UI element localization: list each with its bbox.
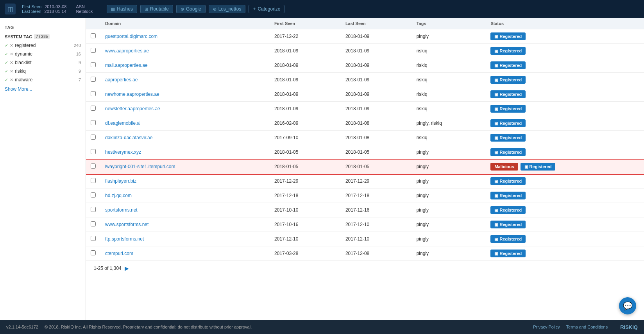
status-badge-registered[interactable]: ▣ Registered (490, 32, 526, 40)
status-badge-registered[interactable]: ▣ Registered (490, 105, 526, 113)
filter-buttons: ▦ Hashes ⊞ Routable ⊕ Google ⊕ Los_netto… (107, 5, 284, 13)
row-checkbox[interactable] (91, 250, 96, 255)
registered-icon: ▣ (494, 92, 498, 97)
status-badge-registered[interactable]: ▣ Registered (521, 163, 556, 171)
status-cell: ▣ Registered (486, 87, 644, 102)
domain-link[interactable]: ctempurl.com (105, 251, 133, 256)
domain-link[interactable]: www.sportsforms.net (105, 222, 148, 227)
show-more-button[interactable]: Show More... (0, 84, 86, 94)
first-seen-cell: 2018-01-09 (270, 44, 341, 58)
status-badge-registered[interactable]: ▣ Registered (490, 148, 526, 156)
pagination-label: 1-25 of 1,304 (94, 266, 122, 271)
row-checkbox[interactable] (91, 192, 96, 198)
tags-cell: pingly (412, 189, 486, 203)
status-cell: ▣ Registered (486, 203, 644, 217)
terms-link[interactable]: Terms and Conditions (566, 325, 608, 329)
check-icon-blacklist: ✓ (5, 60, 8, 65)
table-row: hd.zj.qq.com2017-12-182017-12-18pingly▣ … (86, 189, 644, 203)
row-checkbox[interactable] (91, 120, 96, 125)
domain-link[interactable]: newhome.aaproperties.ae (105, 92, 159, 97)
status-badge-registered[interactable]: ▣ Registered (490, 221, 526, 228)
privacy-policy-link[interactable]: Privacy Policy (533, 325, 560, 329)
footer-links: Privacy Policy Terms and Conditions (533, 325, 608, 329)
main-content: Domain First Seen Last Seen Tags Status … (86, 18, 644, 320)
row-checkbox[interactable] (91, 77, 96, 82)
status-cell: ▣ Registered (486, 102, 644, 116)
domain-link[interactable]: lwaybright-001-site1.itempurl.com (105, 164, 175, 169)
exclude-icon-registered[interactable]: ✕ (10, 43, 13, 48)
row-checkbox[interactable] (91, 62, 96, 67)
chat-bubble[interactable]: 💬 (619, 297, 636, 314)
first-seen-cell: 2017-12-18 (270, 189, 341, 203)
status-cell: ▣ Registered (486, 246, 644, 261)
row-checkbox[interactable] (91, 207, 96, 212)
exclude-icon-riskiq[interactable]: ✕ (10, 69, 13, 74)
filter-routable[interactable]: ⊞ Routable (140, 5, 173, 13)
row-checkbox[interactable] (91, 149, 96, 154)
status-badge-malicious[interactable]: Malicious (490, 163, 518, 171)
domain-link[interactable]: ftp.sportsforms.net (105, 236, 144, 242)
table-row: lwaybright-001-site1.itempurl.com2018-01… (86, 160, 644, 174)
domain-link[interactable]: sportsforms.net (105, 207, 138, 213)
status-badge-registered[interactable]: ▣ Registered (490, 192, 526, 199)
row-checkbox[interactable] (91, 48, 96, 53)
table-row: hestiverymex.xyz2018-01-052018-01-05ping… (86, 145, 644, 160)
first-seen-cell: 2017-10-16 (270, 217, 341, 232)
filter-hashes[interactable]: ▦ Hashes (107, 5, 137, 13)
tags-cell: riskiq (412, 102, 486, 116)
row-checkbox[interactable] (91, 135, 96, 140)
row-checkbox[interactable] (91, 91, 96, 96)
pagination-next[interactable]: ▶ (125, 265, 129, 271)
exclude-icon-malware[interactable]: ✕ (10, 77, 13, 83)
registered-icon: ▣ (494, 34, 498, 39)
status-badge-registered[interactable]: ▣ Registered (490, 47, 526, 55)
status-cell: ▣ Registered (486, 116, 644, 131)
row-checkbox[interactable] (91, 178, 96, 183)
table-row: newsletter.aaproperties.ae2018-01-092018… (86, 102, 644, 116)
status-badge-registered[interactable]: ▣ Registered (490, 61, 526, 69)
exclude-icon-blacklist[interactable]: ✕ (10, 60, 13, 65)
row-checkbox[interactable] (91, 236, 96, 241)
google-icon: ⊕ (181, 7, 184, 12)
tag-count-dynamic: 16 (76, 52, 81, 56)
status-badge-registered[interactable]: ▣ Registered (490, 90, 526, 98)
tags-cell: pingly (412, 174, 486, 189)
domain-link[interactable]: aaproperties.ae (105, 77, 138, 83)
row-checkbox[interactable] (91, 33, 96, 38)
row-checkbox[interactable] (91, 221, 96, 226)
first-seen-label: First Seen (22, 4, 41, 9)
domain-link[interactable]: www.aaproperties.ae (105, 48, 149, 54)
asn-label: ASN (76, 4, 93, 9)
row-checkbox[interactable] (91, 163, 96, 169)
app-logo-icon[interactable]: ◫ (5, 4, 16, 14)
status-badge-registered[interactable]: ▣ Registered (490, 206, 526, 214)
status-badge-registered[interactable]: ▣ Registered (490, 76, 526, 84)
first-seen-cell: 2018-01-05 (270, 160, 341, 174)
status-badge-registered[interactable]: ▣ Registered (490, 177, 526, 185)
check-icon-malware: ✓ (5, 77, 8, 83)
table-row: guestportal.digimarc.com2017-12-222018-0… (86, 29, 644, 44)
domain-link[interactable]: mail.aaproperties.ae (105, 63, 148, 68)
row-checkbox[interactable] (91, 106, 96, 111)
filter-google[interactable]: ⊕ Google (176, 5, 206, 13)
exclude-icon-dynamic[interactable]: ✕ (10, 52, 13, 57)
first-seen-cell: 2018-01-09 (270, 58, 341, 73)
status-badge-registered[interactable]: ▣ Registered (490, 134, 526, 142)
filter-los-nettos[interactable]: ⊕ Los_nettos (209, 5, 246, 13)
table-header: Domain First Seen Last Seen Tags Status (86, 18, 644, 29)
first-seen-cell: 2017-12-22 (270, 29, 341, 44)
domains-table: Domain First Seen Last Seen Tags Status … (86, 18, 644, 261)
status-badge-registered[interactable]: ▣ Registered (490, 250, 526, 257)
categorize-button[interactable]: + Categorize (249, 5, 284, 13)
domain-link[interactable]: flashplayerr.biz (105, 178, 136, 184)
domain-link[interactable]: daklinza-daclatasvir.ae (105, 135, 152, 140)
tag-name-registered: registered (15, 43, 72, 48)
status-badge-registered[interactable]: ▣ Registered (490, 235, 526, 243)
domain-link[interactable]: hestiverymex.xyz (105, 149, 141, 155)
status-badge-registered[interactable]: ▣ Registered (490, 119, 526, 127)
domain-link[interactable]: df.eaglemobile.al (105, 120, 141, 126)
domain-link[interactable]: newsletter.aaproperties.ae (105, 106, 160, 111)
domain-link[interactable]: guestportal.digimarc.com (105, 34, 157, 39)
domain-link[interactable]: hd.zj.qq.com (105, 193, 132, 198)
status-cell: ▣ Registered (486, 73, 644, 87)
